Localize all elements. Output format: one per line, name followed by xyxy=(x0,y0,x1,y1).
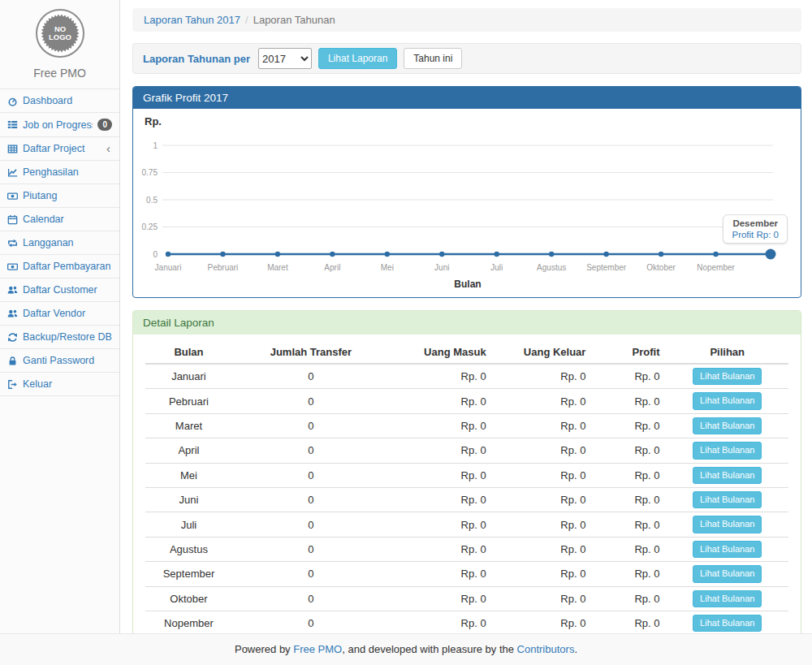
cell-uang_masuk: Rp. 0 xyxy=(390,512,493,537)
table-row: Januari0Rp. 0Rp. 0Rp. 0Lihat Bulanan xyxy=(145,364,788,389)
cell-uang_masuk: Rp. 0 xyxy=(390,562,493,586)
svg-text:Agustus: Agustus xyxy=(537,263,566,272)
svg-text:0.25: 0.25 xyxy=(142,222,158,231)
sidebar-item-daftar-customer[interactable]: Daftar Customer xyxy=(0,279,119,302)
sidebar-item-label: Daftar Vendor xyxy=(23,308,112,319)
sidebar-item-calendar[interactable]: Calendar xyxy=(0,208,119,231)
cell-pilihan: Lihat Bulanan xyxy=(666,364,788,389)
free-pmo-link[interactable]: Free PMO xyxy=(293,643,342,655)
sidebar-item-daftar-vendor[interactable]: Daftar Vendor xyxy=(0,302,119,326)
lihat-bulanan-button[interactable]: Lihat Bulanan xyxy=(693,565,762,582)
sidebar-item-daftar-pembayaran[interactable]: Daftar Pembayaran xyxy=(0,255,119,279)
breadcrumb-separator: / xyxy=(245,14,248,26)
cell-uang_masuk: Rp. 0 xyxy=(390,413,493,438)
cell-jumlah_transfer: 0 xyxy=(232,537,390,561)
footer: Powered by Free PMO, and developed with … xyxy=(0,633,812,665)
svg-text:Nopember: Nopember xyxy=(697,263,735,272)
cell-pilihan: Lihat Bulanan xyxy=(666,537,788,561)
cell-uang_masuk: Rp. 0 xyxy=(390,487,493,512)
cell-pilihan: Lihat Bulanan xyxy=(666,611,788,633)
cell-jumlah_transfer: 0 xyxy=(232,562,390,586)
sidebar-item-ganti-password[interactable]: Ganti Password xyxy=(0,349,119,373)
lihat-laporan-button[interactable]: Lihat Laporan xyxy=(318,48,397,70)
lihat-bulanan-button[interactable]: Lihat Bulanan xyxy=(693,615,762,632)
table-row: Maret0Rp. 0Rp. 0Rp. 0Lihat Bulanan xyxy=(145,413,788,438)
cell-bulan: Juni xyxy=(145,487,232,512)
cell-jumlah_transfer: 0 xyxy=(232,364,390,389)
lihat-bulanan-button[interactable]: Lihat Bulanan xyxy=(693,590,762,607)
cell-jumlah_transfer: 0 xyxy=(232,586,390,611)
refresh-icon xyxy=(7,332,18,343)
sidebar-item-label: Daftar Project xyxy=(23,143,102,154)
lihat-bulanan-button[interactable]: Lihat Bulanan xyxy=(693,467,762,484)
cell-jumlah_transfer: 0 xyxy=(232,512,390,537)
column-header-bulan: Bulan xyxy=(145,341,232,364)
cell-bulan: Oktober xyxy=(145,586,232,611)
sidebar-item-label: Dashboard xyxy=(23,95,112,106)
cell-jumlah_transfer: 0 xyxy=(232,463,390,487)
sidebar-item-label: Daftar Customer xyxy=(23,284,112,296)
cell-uang_masuk: Rp. 0 xyxy=(390,438,493,463)
lihat-bulanan-button[interactable]: Lihat Bulanan xyxy=(693,417,762,434)
calendar-icon xyxy=(7,214,18,225)
table-row: Juli0Rp. 0Rp. 0Rp. 0Lihat Bulanan xyxy=(145,512,788,537)
cell-uang_masuk: Rp. 0 xyxy=(390,537,493,561)
breadcrumb-link[interactable]: Laporan Tahun 2017 xyxy=(144,14,240,26)
table-row: Mei0Rp. 0Rp. 0Rp. 0Lihat Bulanan xyxy=(145,463,788,487)
svg-text:1: 1 xyxy=(153,141,158,150)
lihat-bulanan-button[interactable]: Lihat Bulanan xyxy=(693,541,762,558)
dashboard-icon xyxy=(7,96,18,106)
cell-profit: Rp. 0 xyxy=(592,389,666,413)
sidebar-item-label: Backup/Restore DB xyxy=(23,331,112,343)
svg-text:LOGO: LOGO xyxy=(49,32,71,41)
cell-pilihan: Lihat Bulanan xyxy=(666,562,788,586)
cell-pilihan: Lihat Bulanan xyxy=(666,438,788,463)
brand-name: Free PMO xyxy=(0,67,119,80)
lihat-bulanan-button[interactable]: Lihat Bulanan xyxy=(693,368,762,385)
profit-line-chart: 10.750.50.250JanuariPebruariMaretAprilMe… xyxy=(141,127,790,291)
cell-pilihan: Lihat Bulanan xyxy=(666,586,788,611)
sidebar-item-job-on-progress[interactable]: Job on Progress0 xyxy=(0,113,119,137)
lihat-bulanan-button[interactable]: Lihat Bulanan xyxy=(693,491,762,508)
table-row: Juni0Rp. 0Rp. 0Rp. 0Lihat Bulanan xyxy=(145,487,788,512)
report-controls: Laporan Tahunan per 2017 Lihat Laporan T… xyxy=(132,43,801,74)
count-badge: 0 xyxy=(97,119,112,131)
sidebar-item-penghasilan[interactable]: Penghasilan xyxy=(0,161,119,184)
breadcrumb: Laporan Tahun 2017/Laporan Tahunan xyxy=(132,8,801,32)
sidebar-item-backup-restore-db[interactable]: Backup/Restore DB xyxy=(0,326,119,349)
table-icon xyxy=(7,144,18,154)
contributors-link[interactable]: Contributors xyxy=(517,643,575,655)
svg-text:Bulan: Bulan xyxy=(454,279,481,290)
table-row: Agustus0Rp. 0Rp. 0Rp. 0Lihat Bulanan xyxy=(145,537,788,561)
sidebar-item-langganan[interactable]: Langganan xyxy=(0,231,119,255)
sidebar-item-label: Calendar xyxy=(23,214,112,225)
cell-pilihan: Lihat Bulanan xyxy=(666,389,788,413)
brand: NOLOGO Free PMO xyxy=(0,0,119,89)
sidebar-item-label: Ganti Password xyxy=(23,355,112,366)
users-icon xyxy=(7,285,18,296)
table-row: Nopember0Rp. 0Rp. 0Rp. 0Lihat Bulanan xyxy=(145,611,788,633)
cell-uang_keluar: Rp. 0 xyxy=(493,537,593,561)
lihat-bulanan-button[interactable]: Lihat Bulanan xyxy=(693,392,762,409)
svg-text:0: 0 xyxy=(153,250,158,259)
footer-text: , and developed with pleasure by the xyxy=(342,643,516,655)
sign-out-icon xyxy=(7,379,18,390)
svg-text:Maret: Maret xyxy=(267,263,288,272)
cell-uang_keluar: Rp. 0 xyxy=(493,438,593,463)
tahun-ini-button[interactable]: Tahun ini xyxy=(404,48,462,70)
sidebar-menu: DashboardJob on Progress0Daftar Project‹… xyxy=(0,89,119,396)
sidebar-item-keluar[interactable]: Keluar xyxy=(0,373,119,396)
year-select[interactable]: 2017 xyxy=(258,48,312,69)
cell-bulan: Maret xyxy=(145,413,232,438)
lihat-bulanan-button[interactable]: Lihat Bulanan xyxy=(693,442,762,459)
chart-area: Rp. 10.750.50.250JanuariPebruariMaretApr… xyxy=(133,109,801,297)
sidebar-item-piutang[interactable]: Piutang xyxy=(0,184,119,208)
chart-tooltip: Desember Profit Rp: 0 xyxy=(723,214,788,244)
lihat-bulanan-button[interactable]: Lihat Bulanan xyxy=(693,516,762,533)
cell-profit: Rp. 0 xyxy=(592,438,666,463)
detail-panel-title: Detail Laporan xyxy=(133,311,801,335)
table-header-row: BulanJumlah TransferUang MasukUang Kelua… xyxy=(145,341,788,364)
sidebar-item-dashboard[interactable]: Dashboard xyxy=(0,89,119,113)
svg-text:Mei: Mei xyxy=(381,263,394,272)
sidebar-item-daftar-project[interactable]: Daftar Project‹ xyxy=(0,137,119,161)
